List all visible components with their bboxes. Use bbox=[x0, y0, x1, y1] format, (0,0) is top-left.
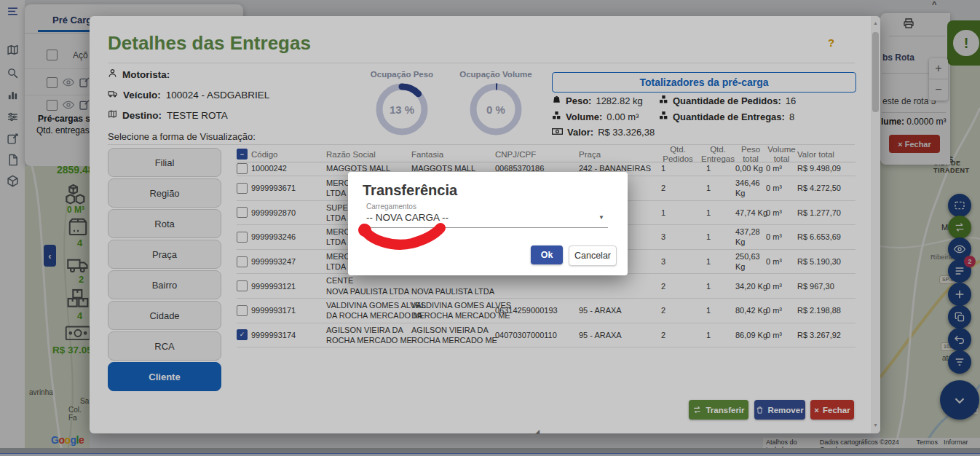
chevron-down-icon[interactable]: ▼ bbox=[598, 214, 604, 221]
carregamentos-label: Carregamentos bbox=[366, 203, 416, 211]
carregamentos-select[interactable]: -- NOVA CARGA -- bbox=[366, 212, 448, 223]
dialog-title: Transferência bbox=[363, 182, 457, 199]
select-underline bbox=[366, 227, 608, 228]
ok-button[interactable]: Ok bbox=[531, 245, 563, 264]
transferencia-dialog: Transferência Carregamentos -- NOVA CARG… bbox=[348, 172, 628, 275]
cancel-button[interactable]: Cancelar bbox=[569, 245, 617, 266]
